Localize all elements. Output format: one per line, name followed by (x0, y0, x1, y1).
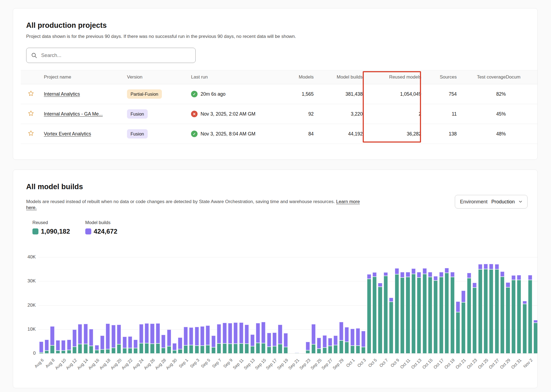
search-input[interactable] (41, 52, 190, 59)
reused-bar-segment (373, 277, 377, 353)
favorite-star-icon[interactable] (28, 90, 34, 97)
legend-reused-label: Reused (32, 220, 70, 225)
bar-group (133, 257, 138, 353)
bar-group (338, 257, 344, 353)
x-axis-tick-label: Sep 21 (287, 358, 300, 370)
x-axis-tick-label: Sep 1 (178, 358, 189, 369)
model-builds-bar-segment (434, 276, 438, 280)
legend-item-model-builds: Model builds 424,672 (85, 220, 117, 235)
model-builds-cell: 44,192 (314, 124, 363, 144)
projects-table-body: Internal AnalyticsPartial-Fusion✓20m 6s … (21, 84, 538, 144)
reused-bar-segment (117, 344, 121, 353)
reused-bar-segment (356, 346, 360, 353)
bar-group (289, 257, 294, 353)
model-builds-bar-segment (384, 272, 388, 276)
model-builds-bar-segment (72, 330, 77, 346)
model-builds-bar-segment (528, 275, 532, 280)
reused-bar-segment (389, 302, 393, 353)
reused-bar-segment (156, 343, 160, 353)
model-builds-bar-segment (39, 342, 43, 352)
bar-group (444, 257, 450, 353)
model-builds-bar-segment (450, 272, 455, 277)
bar-group (111, 257, 116, 353)
environment-dropdown[interactable]: Environment Production (455, 195, 528, 209)
model-builds-bar-segment (406, 272, 410, 277)
chart-plot-area: 40K30K20K10K0 (38, 257, 538, 353)
model-builds-bar-segment (117, 325, 121, 344)
reused-bar-segment (50, 345, 54, 353)
favorite-star-icon[interactable] (28, 110, 34, 116)
favorite-star-icon[interactable] (28, 130, 34, 136)
documentation-cell (506, 84, 538, 104)
reused-bar-segment (189, 345, 193, 353)
x-axis-tick-label: Sep 29 (332, 358, 344, 370)
model-builds-bar-segment (234, 322, 238, 343)
project-name-link[interactable]: Internal Analytics - GA Me... (44, 111, 103, 117)
reused-bar-segment (100, 349, 104, 353)
bar-group (389, 257, 394, 353)
bar-group (333, 257, 338, 353)
model-builds-bar-segment (439, 272, 443, 277)
project-name-link[interactable]: Internal Analytics (44, 91, 80, 97)
bar-group (238, 257, 244, 353)
reused-bar-segment (411, 274, 416, 353)
model-builds-bar-segment (167, 330, 171, 346)
chevron-down-icon (519, 200, 522, 203)
x-axis-tick-label: Aug 22 (121, 358, 134, 370)
model-builds-bar-segment (56, 340, 60, 350)
search-box[interactable] (26, 48, 196, 63)
builds-subtitle-text: Models are reused instead of rebuilt whe… (26, 199, 336, 204)
bar-group (499, 257, 505, 353)
version-badge: Partial-Fusion (127, 89, 162, 99)
reused-bar-segment (523, 304, 527, 353)
column-header-project-name: Project name (44, 70, 127, 84)
reused-bar-segment (245, 344, 249, 353)
test-coverage-cell: 48% (457, 124, 506, 144)
model-builds-bar-segment (339, 322, 343, 340)
bar-group (261, 257, 266, 353)
model-builds-bar-segment (473, 283, 477, 287)
bar-group (466, 257, 472, 353)
bar-group (94, 257, 99, 353)
model-builds-chart: 40K30K20K10K0 Aug 6Aug 8Aug 10Aug 12Aug … (38, 257, 538, 380)
bar-group (277, 257, 283, 353)
project-name-link[interactable]: Vortex Event Analytics (44, 131, 91, 137)
x-axis-tick-label: Sep 7 (211, 358, 222, 369)
sources-cell: 138 (421, 124, 457, 144)
reused-bar-segment (489, 269, 493, 353)
model-builds-bar-segment (67, 340, 71, 350)
bar-group (122, 257, 127, 353)
bar-group (44, 257, 49, 353)
reused-bar-segment (400, 278, 404, 353)
x-axis-tick-label: Oct 27 (488, 358, 500, 370)
production-projects-card: All production projects Project data sho… (13, 8, 538, 160)
bar-group (416, 257, 422, 353)
model-builds-bar-segment (367, 274, 371, 279)
model-builds-bar-segment (150, 324, 154, 343)
environment-dropdown-value: Production (491, 199, 515, 205)
models-cell: 1,565 (273, 84, 314, 104)
y-axis-tick-label: 10K (23, 327, 36, 332)
column-header-docum: Docum (506, 70, 538, 84)
reused-bar-segment (334, 345, 338, 353)
reused-bar-segment (234, 344, 238, 353)
model-builds-bar-segment (156, 323, 160, 343)
bar-group (383, 257, 388, 353)
model-builds-bar-segment (489, 264, 493, 269)
model-builds-bar-segment (256, 323, 260, 343)
model-builds-bar-segment (84, 324, 88, 343)
model-builds-bar-segment (217, 324, 221, 343)
reused-bar-segment (273, 346, 277, 353)
model-builds-bar-segment (111, 325, 116, 348)
bar-group (266, 257, 272, 353)
bar-group (211, 257, 216, 353)
x-axis-tick-label: Sep 23 (298, 358, 311, 370)
bar-group (138, 257, 144, 353)
reused-bar-segment (61, 351, 65, 353)
x-axis-tick-label: Aug 18 (98, 358, 111, 370)
reused-models-cell: 2 (363, 104, 421, 124)
reused-bar-segment (161, 348, 165, 353)
x-axis-tick-label: Oct 5 (367, 358, 378, 368)
reused-bar-segment (145, 343, 149, 353)
model-builds-bar-segment (534, 320, 538, 322)
